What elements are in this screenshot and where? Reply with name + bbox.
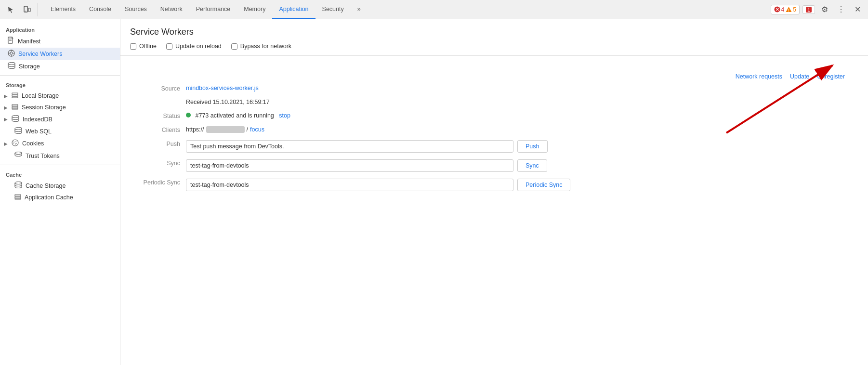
svg-point-30	[15, 182, 22, 184]
clients-value: https:// / focus	[186, 126, 856, 133]
update-link[interactable]: Update	[790, 73, 809, 80]
tab-more[interactable]: »	[351, 0, 368, 19]
update-on-reload-label: Update on reload	[175, 43, 222, 50]
source-label: Source	[132, 85, 180, 92]
tab-list: Elements Console Sources Network Perform…	[44, 0, 769, 19]
cursor-icon[interactable]	[4, 3, 17, 16]
network-requests-link[interactable]: Network requests	[736, 73, 782, 80]
svg-point-28	[16, 143, 17, 144]
svg-point-2	[26, 11, 26, 12]
received-label	[132, 99, 180, 99]
tab-performance[interactable]: Performance	[189, 0, 237, 19]
sidebar-item-local-storage[interactable]: ▶ Local Storage	[0, 90, 120, 102]
sync-label: Sync	[132, 159, 180, 167]
push-button[interactable]: Push	[517, 140, 548, 153]
cookies-icon	[12, 139, 19, 148]
sync-input[interactable]	[186, 159, 513, 172]
periodic-sync-button[interactable]: Periodic Sync	[517, 179, 570, 191]
bypass-for-network-checkbox-label[interactable]: Bypass for network	[231, 43, 291, 50]
expand-local-storage-icon: ▶	[4, 93, 8, 99]
content-area: Service Workers Offline Update on reload…	[120, 19, 868, 365]
tab-security[interactable]: Security	[316, 0, 351, 19]
periodic-sync-row: Periodic Sync Periodic Sync	[132, 179, 856, 191]
tab-console[interactable]: Console	[82, 0, 118, 19]
svg-point-25	[15, 141, 16, 142]
toolbar-right: ✕ 4 ! 5 1 ⚙ ⋮ ✕	[771, 3, 865, 16]
sidebar-item-session-storage[interactable]: ▶ Session Storage	[0, 102, 120, 113]
tab-memory[interactable]: Memory	[237, 0, 272, 19]
storage-app-label: Storage	[19, 63, 40, 70]
sidebar-item-cache-storage[interactable]: Cache Storage	[0, 180, 120, 192]
update-on-reload-checkbox[interactable]	[166, 43, 172, 50]
cookies-label: Cookies	[22, 140, 44, 147]
svg-point-27	[13, 143, 14, 144]
content-header: Service Workers Offline Update on reload…	[120, 19, 868, 56]
unregister-link[interactable]: Unregister	[817, 73, 845, 80]
sidebar-item-storage-app[interactable]: Storage	[0, 60, 120, 72]
svg-point-14	[8, 63, 15, 65]
periodic-sync-label: Periodic Sync	[132, 179, 180, 186]
status-label: Status	[132, 112, 180, 119]
tab-sources[interactable]: Sources	[118, 0, 154, 19]
svg-text:!: !	[788, 8, 789, 13]
tab-application[interactable]: Application	[272, 0, 315, 19]
local-storage-icon	[12, 92, 18, 100]
sync-value: Sync	[186, 159, 856, 172]
sidebar-item-web-sql[interactable]: Web SQL	[0, 125, 120, 137]
clients-url-suffix: /	[247, 126, 248, 133]
source-value: mindbox-services-worker.js	[186, 85, 856, 91]
sidebar-item-cookies[interactable]: ▶ Cookies	[0, 137, 120, 150]
status-value: #773 activated and is running stop	[186, 112, 856, 119]
source-link[interactable]: mindbox-services-worker.js	[186, 85, 259, 91]
sidebar-item-service-workers[interactable]: Service Workers	[0, 48, 120, 60]
update-on-reload-checkbox-label[interactable]: Update on reload	[166, 43, 222, 50]
offline-label: Offline	[139, 43, 157, 50]
push-input[interactable]	[186, 140, 513, 153]
push-label: Push	[132, 140, 180, 147]
worker-details: Network requests Update Unregister Sour	[120, 56, 868, 208]
focus-link[interactable]: focus	[250, 126, 264, 133]
error-badge: ✕ 4	[774, 6, 785, 13]
divider-2	[0, 165, 120, 165]
mobile-icon[interactable]	[20, 3, 34, 16]
sync-button[interactable]: Sync	[517, 159, 547, 172]
clients-label: Clients	[132, 126, 180, 133]
svg-point-23	[12, 140, 18, 146]
tab-elements[interactable]: Elements	[44, 0, 82, 19]
sidebar-item-application-cache[interactable]: Application Cache	[0, 192, 120, 203]
issue-badge-group[interactable]: 1	[802, 5, 815, 14]
error-badge-group[interactable]: ✕ 4 ! 5	[771, 5, 800, 14]
settings-button[interactable]: ⚙	[818, 3, 831, 16]
cache-storage-label: Cache Storage	[26, 182, 66, 189]
sidebar-item-indexeddb[interactable]: ▶ IndexedDB	[0, 113, 120, 125]
cache-section-title: Cache	[0, 168, 120, 180]
sidebar-item-trust-tokens[interactable]: Trust Tokens	[0, 150, 120, 162]
received-row: Received 15.10.2021, 16:59:17	[132, 99, 856, 105]
indexeddb-label: IndexedDB	[23, 116, 53, 123]
bypass-for-network-checkbox[interactable]	[231, 43, 237, 50]
service-workers-icon	[8, 50, 15, 58]
svg-rect-31	[15, 195, 21, 196]
offline-checkbox-label[interactable]: Offline	[130, 43, 157, 50]
svg-rect-32	[15, 196, 21, 198]
offline-checkbox[interactable]	[130, 43, 136, 50]
toolbar: Elements Console Sources Network Perform…	[0, 0, 868, 19]
sidebar-item-manifest[interactable]: Manifest	[0, 35, 120, 48]
more-options-button[interactable]: ⋮	[834, 3, 848, 16]
periodic-sync-input[interactable]	[186, 179, 513, 191]
worker-actions: Network requests Update Unregister	[736, 73, 845, 80]
issue-badge: 1	[806, 7, 812, 13]
svg-rect-15	[12, 93, 18, 94]
application-section-title: Application	[0, 23, 120, 35]
stop-link[interactable]: stop	[279, 112, 290, 119]
svg-point-22	[15, 128, 22, 130]
svg-point-26	[15, 143, 16, 144]
status-text: #773 activated and is running	[195, 112, 274, 119]
close-button[interactable]: ✕	[851, 3, 864, 16]
svg-rect-33	[15, 198, 21, 199]
manifest-icon	[8, 37, 14, 46]
storage-app-icon	[8, 62, 15, 70]
tab-network[interactable]: Network	[154, 0, 189, 19]
periodic-sync-value: Periodic Sync	[186, 179, 856, 191]
cache-storage-icon	[14, 182, 22, 190]
